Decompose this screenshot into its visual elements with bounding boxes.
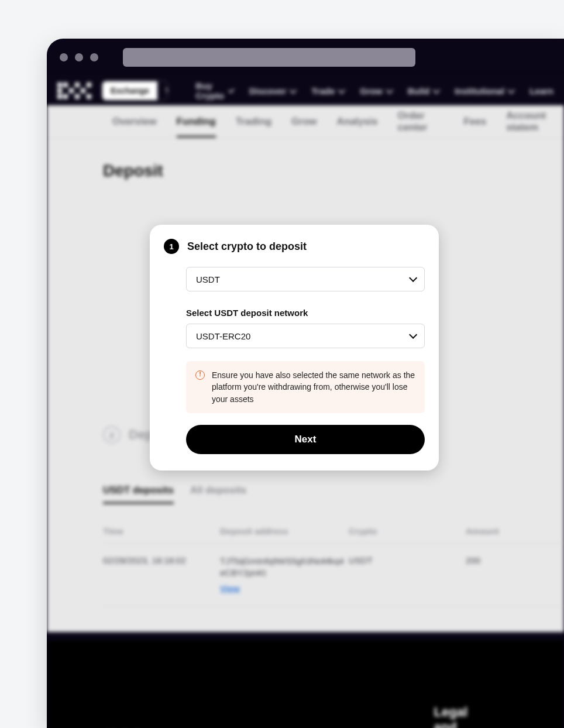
traffic-dot-zoom-icon[interactable] (90, 53, 98, 61)
nav-trade[interactable]: Trade (311, 81, 343, 101)
view-deposit-link[interactable]: View (220, 583, 240, 595)
traffic-dot-minimize-icon[interactable] (75, 53, 83, 61)
network-warning: Ensure you have also selected the same n… (186, 361, 425, 413)
cell-address: TJTbijGmtnfq9WS5gh3NoMkq4eCBY2pnKt View (220, 544, 349, 607)
th-time: Time (103, 519, 220, 544)
browser-titlebar (47, 39, 564, 76)
footer-legal[interactable]: Legal and privacy (434, 705, 479, 728)
warning-icon (195, 370, 205, 380)
crypto-select[interactable]: USDT (186, 267, 425, 291)
step-1-badge: 1 (164, 239, 179, 254)
logo-icon (57, 83, 91, 99)
nav-institutional[interactable]: Institutional (455, 81, 513, 101)
crypto-select-value: USDT (196, 274, 220, 284)
subnav-account-statements[interactable]: Account statem (506, 110, 564, 133)
wallet-mode-button[interactable]: Wallet (157, 81, 167, 100)
subnav-fees[interactable]: Fees (463, 116, 486, 128)
tab-usdt-deposits[interactable]: USDT deposits (103, 485, 174, 504)
page-title: Deposit (103, 162, 564, 180)
top-nav: Exchange Wallet Buy Crypto Discover Trad… (47, 76, 564, 105)
deposit-address-text: TJTbijGmtnfq9WS5gh3NoMkq4eCBY2pnKt (220, 556, 344, 578)
nav-discover[interactable]: Discover (249, 81, 295, 101)
address-bar[interactable] (123, 48, 415, 67)
traffic-dot-close-icon[interactable] (60, 53, 68, 61)
tab-all-deposits[interactable]: All deposits (190, 485, 246, 504)
warning-text: Ensure you have also selected the same n… (212, 369, 415, 405)
cell-time: 02/28/2023, 18:18:02 (103, 544, 220, 607)
deposit-step-1-card: 1 Select crypto to deposit USDT Select U… (150, 225, 439, 471)
network-select-value: USDT-ERC20 (196, 331, 250, 341)
nav-grow[interactable]: Grow (360, 81, 391, 101)
chevron-down-icon (409, 331, 417, 339)
deposits-tabs: USDT deposits All deposits (103, 485, 564, 504)
chevron-down-icon (409, 274, 417, 282)
top-nav-menu: Buy Crypto Discover Trade Grow Build Ins… (196, 81, 553, 101)
site-footer: About Legal and privacy Servi (47, 640, 564, 728)
network-select[interactable]: USDT-ERC20 (186, 324, 425, 348)
th-crypto: Crypto (349, 519, 466, 544)
nav-build[interactable]: Build (408, 81, 439, 101)
deposits-table: Time Deposit address Crypto Amount 02/28… (103, 519, 564, 607)
step-1-title: Select crypto to deposit (187, 241, 307, 253)
nav-learn[interactable]: Learn (529, 81, 553, 101)
account-subnav: Overview Funding Trading Grow Analysis O… (47, 105, 564, 138)
subnav-funding[interactable]: Funding (177, 116, 216, 138)
network-label: Select USDT deposit network (186, 308, 425, 318)
exchange-mode-button[interactable]: Exchange (102, 81, 157, 100)
subnav-order-center[interactable]: Order center (397, 110, 443, 133)
th-amount: Amount (466, 519, 564, 544)
table-row: 02/28/2023, 18:18:02 TJTbijGmtnfq9WS5gh3… (103, 544, 564, 607)
th-address: Deposit address (220, 519, 349, 544)
next-button[interactable]: Next (186, 425, 425, 454)
cell-crypto: USDT (349, 544, 466, 607)
subnav-grow-acct[interactable]: Grow (291, 116, 317, 128)
subnav-analysis[interactable]: Analysis (337, 116, 378, 128)
window-traffic-lights (60, 53, 98, 61)
nav-buy-crypto[interactable]: Buy Crypto (196, 81, 233, 101)
subnav-trading[interactable]: Trading (236, 116, 271, 128)
subnav-overview[interactable]: Overview (112, 116, 157, 128)
step-2-badge: 2 (103, 426, 121, 444)
cell-amount: 200 (466, 544, 564, 607)
mode-segmented-control: Exchange Wallet (102, 81, 168, 101)
